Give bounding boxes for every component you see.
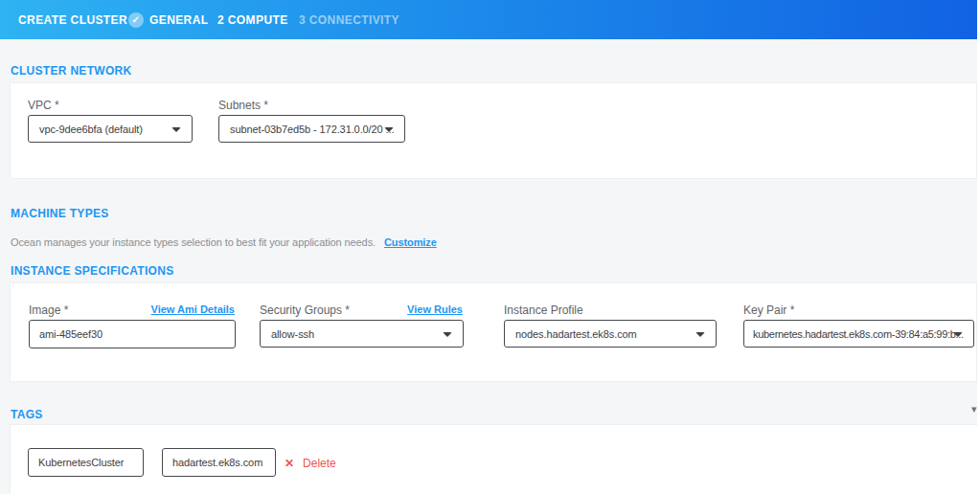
security-groups-select[interactable]: allow-ssh bbox=[260, 320, 464, 348]
page-title: CREATE CLUSTER bbox=[18, 0, 127, 39]
tab-compute-label: 2 COMPUTE bbox=[217, 13, 288, 27]
security-groups-label: Security Groups * bbox=[260, 303, 350, 317]
collapse-chevron-icon[interactable]: ▾ bbox=[971, 404, 977, 415]
key-pair-label: Key Pair * bbox=[743, 303, 794, 317]
key-pair-select[interactable]: kubernetes.hadartest.ek8s.com-39:84:a5:9… bbox=[743, 320, 974, 348]
chevron-down-icon bbox=[695, 332, 705, 337]
tab-general-label: GENERAL bbox=[149, 13, 208, 27]
tags-card: ✕ Delete bbox=[10, 424, 980, 494]
instance-specifications-card: Image * View Ami Details Security Groups… bbox=[10, 282, 977, 382]
section-heading-instance-specifications: INSTANCE SPECIFICATIONS bbox=[11, 264, 173, 278]
subnets-label: Subnets * bbox=[218, 99, 268, 112]
tag-value-input[interactable] bbox=[162, 448, 276, 477]
instance-profile-select[interactable]: nodes.hadartest.ek8s.com bbox=[504, 320, 717, 348]
delete-tag-label: Delete bbox=[303, 457, 336, 470]
subnets-selected-value: subnet-03b7ed5b - 172.31.0.0/20 ... bbox=[230, 124, 394, 135]
image-label: Image * bbox=[29, 303, 68, 317]
customize-link[interactable]: Customize bbox=[384, 236, 437, 248]
delete-x-icon: ✕ bbox=[285, 458, 294, 469]
chevron-down-icon bbox=[443, 332, 452, 337]
checkmark-icon: ✓ bbox=[128, 12, 144, 28]
chevron-down-icon bbox=[953, 332, 963, 337]
tab-compute[interactable]: 2 COMPUTE bbox=[217, 0, 288, 39]
tab-connectivity-label: 3 CONNECTIVITY bbox=[299, 13, 399, 27]
create-cluster-screen: CREATE CLUSTER ✓ GENERAL 2 COMPUTE 3 CON… bbox=[0, 0, 980, 494]
view-ami-details-link[interactable]: View Ami Details bbox=[151, 303, 235, 315]
section-heading-tags: TAGS bbox=[11, 408, 43, 421]
image-input[interactable] bbox=[29, 320, 236, 348]
tab-connectivity[interactable]: 3 CONNECTIVITY bbox=[299, 0, 399, 39]
subnets-select[interactable]: subnet-03b7ed5b - 172.31.0.0/20 ... bbox=[218, 115, 405, 143]
instance-profile-label: Instance Profile bbox=[504, 303, 583, 317]
machine-types-description-text: Ocean manages your instance types select… bbox=[11, 236, 376, 248]
machine-types-description: Ocean manages your instance types select… bbox=[11, 236, 437, 248]
vpc-selected-value: vpc-9dee6bfa (default) bbox=[39, 124, 143, 135]
wizard-header: CREATE CLUSTER ✓ GENERAL 2 COMPUTE 3 CON… bbox=[0, 0, 980, 39]
vpc-select[interactable]: vpc-9dee6bfa (default) bbox=[28, 115, 193, 143]
view-rules-link[interactable]: View Rules bbox=[407, 303, 463, 315]
section-heading-machine-types: MACHINE TYPES bbox=[11, 207, 109, 220]
tab-general[interactable]: ✓ GENERAL bbox=[128, 0, 208, 39]
vpc-label: VPC * bbox=[28, 99, 59, 112]
delete-tag-button[interactable]: ✕ Delete bbox=[285, 448, 336, 478]
key-pair-selected-value: kubernetes.hadartest.ek8s.com-39:84:a5:9… bbox=[753, 328, 964, 340]
cluster-network-card: VPC * vpc-9dee6bfa (default) Subnets * s… bbox=[10, 82, 977, 179]
section-heading-cluster-network: CLUSTER NETWORK bbox=[11, 64, 132, 78]
chevron-down-icon bbox=[171, 127, 181, 132]
tag-key-input[interactable] bbox=[28, 448, 144, 477]
instance-profile-selected-value: nodes.hadartest.ek8s.com bbox=[515, 328, 637, 340]
security-groups-selected-value: allow-ssh bbox=[271, 328, 314, 340]
chevron-down-icon bbox=[384, 127, 394, 132]
